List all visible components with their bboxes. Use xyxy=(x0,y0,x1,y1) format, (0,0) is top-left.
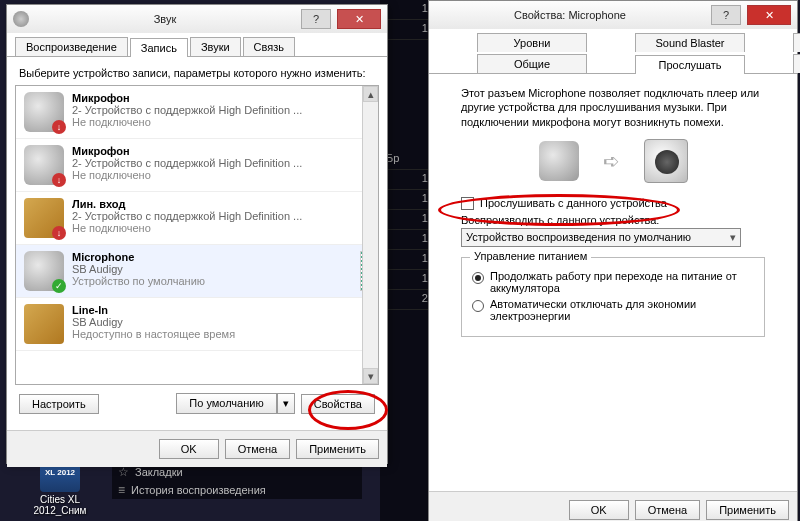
properties-button[interactable]: Свойства xyxy=(301,394,375,414)
playback-device-label: Воспроизводить с данного устройства: xyxy=(461,214,765,226)
ok-button[interactable]: OK xyxy=(569,500,629,520)
device-desc: 2- Устройство с поддержкой High Definiti… xyxy=(72,104,370,116)
titlebar[interactable]: Звук ? ✕ xyxy=(7,5,387,33)
instruction-text: Выберите устройство записи, параметры ко… xyxy=(19,67,375,79)
microphone-icon xyxy=(539,141,579,181)
playback-device-select[interactable]: Устройство воспроизведения по умолчанию … xyxy=(461,228,741,247)
scroll-down-button[interactable]: ▾ xyxy=(363,368,378,384)
device-status: Не подключено xyxy=(72,116,370,128)
device-list: ↓Микрофон2- Устройство с поддержкой High… xyxy=(15,85,379,385)
tab-listen[interactable]: Прослушать xyxy=(635,55,745,74)
scrollbar[interactable]: ▴ ▾ xyxy=(362,86,378,384)
microphone-icon: ✓ xyxy=(24,251,64,291)
tab-sounds[interactable]: Звуки xyxy=(190,37,241,56)
tab-custom[interactable]: Особые xyxy=(793,54,800,73)
tab-recording[interactable]: Запись xyxy=(130,38,188,57)
sound-window: Звук ? ✕ Воспроизведение Запись Звуки Св… xyxy=(6,4,388,464)
device-name: Лин. вход xyxy=(72,198,370,210)
device-item[interactable]: ↓Микрофон2- Устройство с поддержкой High… xyxy=(16,139,378,192)
unplugged-badge-icon: ↓ xyxy=(52,173,66,187)
listen-checkbox[interactable] xyxy=(461,197,474,210)
cancel-button[interactable]: Отмена xyxy=(225,439,290,459)
line-in-icon: ↓ xyxy=(24,198,64,238)
titlebar[interactable]: Свойства: Microphone ? ✕ xyxy=(429,1,797,29)
tab-advanced[interactable]: Дополнительно xyxy=(793,33,800,52)
tab-playback[interactable]: Воспроизведение xyxy=(15,37,128,56)
apply-button[interactable]: Применить xyxy=(706,500,789,520)
device-desc: SB Audigy xyxy=(72,316,370,328)
power-auto-off-radio[interactable] xyxy=(472,300,484,312)
power-continue-radio[interactable] xyxy=(472,272,484,284)
unplugged-badge-icon: ↓ xyxy=(52,226,66,240)
device-item[interactable]: Line-InSB AudigyНедоступно в настоящее в… xyxy=(16,298,378,351)
device-status: Не подключено xyxy=(72,169,370,181)
microphone-icon: ↓ xyxy=(24,145,64,185)
device-desc: 2- Устройство с поддержкой High Definiti… xyxy=(72,157,370,169)
device-status: Недоступно в настоящее время xyxy=(72,328,370,340)
device-item[interactable]: ↓Лин. вход2- Устройство с поддержкой Hig… xyxy=(16,192,378,245)
set-default-button[interactable]: По умолчанию xyxy=(176,393,276,414)
speaker-icon xyxy=(13,11,29,27)
device-item[interactable]: ✓MicrophoneSB AudigyУстройство по умолча… xyxy=(16,245,378,298)
signal-flow-diagram: ➪ xyxy=(437,139,789,183)
tab-content: Выберите устройство записи, параметры ко… xyxy=(7,56,387,430)
history-icon: ≡ xyxy=(118,483,125,497)
device-item[interactable]: ↓Микрофон2- Устройство с поддержкой High… xyxy=(16,86,378,139)
set-default-dropdown[interactable]: ▾ xyxy=(277,393,295,414)
chevron-down-icon: ▾ xyxy=(730,231,736,244)
group-legend: Управление питанием xyxy=(470,250,591,262)
tab-communications[interactable]: Связь xyxy=(243,37,295,56)
power-auto-off-label: Автоматически отключать для экономии эле… xyxy=(490,298,754,322)
background-bookmarks-panel: ☆Закладки ≡История воспроизведения xyxy=(112,463,362,499)
device-status: Не подключено xyxy=(72,222,370,234)
listen-checkbox-label: Прослушивать с данного устройства xyxy=(480,197,667,209)
device-status: Устройство по умолчанию xyxy=(72,275,352,287)
apply-button[interactable]: Применить xyxy=(296,439,379,459)
close-button[interactable]: ✕ xyxy=(747,5,791,25)
help-button[interactable]: ? xyxy=(301,9,331,29)
line-in-icon xyxy=(24,304,64,344)
device-name: Микрофон xyxy=(72,145,370,157)
device-name: Microphone xyxy=(72,251,352,263)
power-management-group: Управление питанием Продолжать работу пр… xyxy=(461,257,765,337)
help-button[interactable]: ? xyxy=(711,5,741,25)
device-desc: SB Audigy xyxy=(72,263,352,275)
speaker-icon xyxy=(644,139,688,183)
ok-button[interactable]: OK xyxy=(159,439,219,459)
star-icon: ☆ xyxy=(118,465,129,479)
cancel-button[interactable]: Отмена xyxy=(635,500,700,520)
unplugged-badge-icon: ↓ xyxy=(52,120,66,134)
tab-strip-row1: Уровни Sound Blaster Дополнительно xyxy=(429,29,797,52)
tab-sound-blaster[interactable]: Sound Blaster xyxy=(635,33,745,52)
tab-strip-row2: Общие Прослушать Особые xyxy=(429,52,797,73)
configure-button[interactable]: Настроить xyxy=(19,394,99,414)
device-desc: 2- Устройство с поддержкой High Definiti… xyxy=(72,210,370,222)
window-title: Звук xyxy=(35,13,295,25)
power-continue-label: Продолжать работу при переходе на питани… xyxy=(490,270,754,294)
microphone-properties-window: Свойства: Microphone ? ✕ Уровни Sound Bl… xyxy=(428,0,798,521)
tab-levels[interactable]: Уровни xyxy=(477,33,587,52)
default-badge-icon: ✓ xyxy=(52,279,66,293)
listen-description: Этот разъем Microphone позволяет подключ… xyxy=(461,86,765,129)
microphone-icon: ↓ xyxy=(24,92,64,132)
tab-general[interactable]: Общие xyxy=(477,54,587,73)
window-title: Свойства: Microphone xyxy=(435,9,705,21)
close-button[interactable]: ✕ xyxy=(337,9,381,29)
device-name: Line-In xyxy=(72,304,370,316)
device-name: Микрофон xyxy=(72,92,370,104)
tab-strip: Воспроизведение Запись Звуки Связь xyxy=(7,33,387,56)
arrow-icon: ➪ xyxy=(603,149,620,173)
scroll-up-button[interactable]: ▴ xyxy=(363,86,378,102)
